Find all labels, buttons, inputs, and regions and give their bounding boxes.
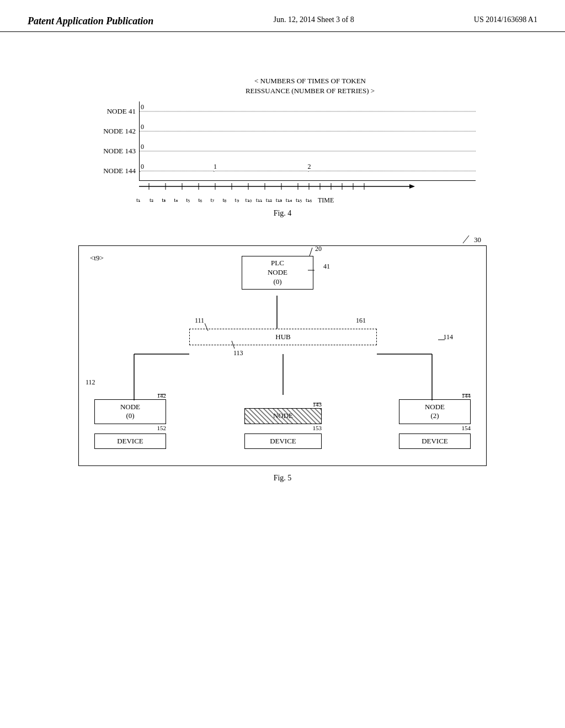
arrow-20-icon bbox=[307, 248, 318, 259]
tick-t11: t₁₁ bbox=[256, 196, 262, 205]
header-center-label: Jun. 12, 2014 Sheet 3 of 8 bbox=[274, 15, 354, 24]
label-30: 30 bbox=[474, 235, 481, 244]
node41-bar: 0 bbox=[139, 101, 476, 121]
node-group-center: 143 NODE 153 DEVICE bbox=[244, 401, 322, 449]
plc-box: PLC NODE (0) bbox=[242, 256, 313, 290]
node41-label: NODE 41 bbox=[89, 107, 139, 116]
hub-group: 111 161 HUB 113 bbox=[189, 329, 377, 345]
time-axis-svg bbox=[139, 181, 476, 197]
ref-143: 143 bbox=[244, 401, 322, 408]
main-content: < NUMBERS OF TIMES OF TOKEN REISSUANCE (… bbox=[0, 32, 565, 494]
tick-t12: t₁₂ bbox=[266, 196, 272, 205]
arrow-144-icon bbox=[462, 391, 473, 398]
arrow-111-icon bbox=[205, 323, 216, 332]
node-center-text: NODE bbox=[249, 411, 317, 421]
node144-val0: 0 bbox=[141, 163, 144, 171]
chart-row-node144: NODE 144 0 1 2 bbox=[89, 161, 476, 181]
device-right-box: DEVICE bbox=[399, 433, 471, 449]
fig5-label: Fig. 5 bbox=[78, 474, 487, 483]
arrow-41-icon bbox=[308, 266, 319, 277]
node-group-right: 144 NODE (2) 154 DEVICE bbox=[399, 392, 471, 449]
time-tick-labels: t₁ t₂ t₃ t₄ t₅ t₆ t₇ t₈ t₉ t₁₀ t₁₁ t₁₂ t… bbox=[136, 196, 476, 205]
tick-t4: t₄ bbox=[174, 196, 178, 205]
node-group-left: 142 NODE (0) 152 DEVICE bbox=[94, 392, 166, 449]
node144-val1: 1 bbox=[214, 163, 217, 171]
node144-seg1 bbox=[140, 171, 214, 172]
node-left-val: (0) bbox=[99, 411, 161, 421]
ref-152: 152 bbox=[94, 425, 166, 431]
svg-line-23 bbox=[232, 341, 234, 349]
fig5-wrapper: 30 <t9> 20 PLC NODE bbox=[78, 245, 487, 483]
svg-line-19 bbox=[310, 248, 312, 256]
tick-t1: t₁ bbox=[136, 196, 140, 205]
chart-row-node142: NODE 142 0 bbox=[89, 121, 476, 141]
node143-value: 0 bbox=[141, 143, 144, 151]
node144-seg3 bbox=[308, 171, 476, 172]
tick-t10: t₁₀ bbox=[246, 196, 252, 205]
node142-label: NODE 142 bbox=[89, 127, 139, 136]
tick-t14: t₁₄ bbox=[286, 196, 292, 205]
node-left-box: NODE (0) bbox=[94, 399, 166, 425]
device-left-box: DEVICE bbox=[94, 433, 166, 449]
device-right-text: DEVICE bbox=[404, 437, 466, 446]
node144-seg2 bbox=[214, 171, 308, 172]
tick-t8: t₈ bbox=[222, 196, 226, 205]
fig4-caption-line1: < NUMBERS OF TIMES OF TOKEN bbox=[145, 76, 476, 86]
ref-144: 144 bbox=[399, 392, 471, 399]
tick-t9: t₉ bbox=[235, 196, 239, 205]
tick-t13: t₁₃ bbox=[276, 196, 282, 205]
chart-left-border bbox=[139, 101, 140, 181]
tick-t15: t₁₅ bbox=[296, 196, 302, 205]
arrow-30-icon bbox=[455, 233, 471, 244]
chart-row-node143: NODE 143 0 bbox=[89, 141, 476, 161]
page-header: Patent Application Publication Jun. 12, … bbox=[0, 0, 565, 32]
tick-t2: t₂ bbox=[150, 196, 153, 205]
fig4-section: < NUMBERS OF TIMES OF TOKEN REISSUANCE (… bbox=[28, 76, 537, 218]
fig4-caption-line2: REISSUANCE (NUMBER OF RETRIES) > bbox=[145, 86, 476, 96]
fig5-section: 30 <t9> 20 PLC NODE bbox=[28, 245, 537, 483]
node144-bar: 0 1 2 bbox=[139, 161, 476, 181]
ref-154: 154 bbox=[399, 425, 471, 431]
tick-t5: t₅ bbox=[186, 196, 190, 205]
fig5-time-label: <t9> bbox=[90, 254, 104, 263]
arrow-113-icon bbox=[229, 341, 240, 350]
svg-line-22 bbox=[205, 323, 208, 331]
hub-box: HUB bbox=[189, 329, 377, 345]
plc-node-val: (0) bbox=[243, 277, 312, 287]
svg-line-18 bbox=[463, 235, 469, 243]
ref-142: 142 bbox=[94, 392, 166, 399]
header-right-label: US 2014/163698 A1 bbox=[474, 15, 537, 24]
svg-marker-1 bbox=[409, 184, 415, 189]
ref-41: 41 bbox=[323, 263, 330, 271]
fig4-chart: NODE 41 0 NODE 142 0 NODE 143 bbox=[89, 101, 476, 181]
node142-line bbox=[140, 131, 476, 132]
device-center-text: DEVICE bbox=[249, 437, 317, 446]
node41-line bbox=[140, 111, 476, 112]
fig4-caption: < NUMBERS OF TIMES OF TOKEN REISSUANCE (… bbox=[145, 76, 476, 96]
node143-line bbox=[140, 151, 476, 152]
node144-val2: 2 bbox=[308, 163, 311, 171]
ref-111: 111 bbox=[195, 317, 204, 325]
node-right-val: (2) bbox=[404, 411, 466, 421]
plc-to-hub-line bbox=[276, 296, 278, 329]
tick-t3: t₃ bbox=[162, 196, 166, 205]
ref-112: 112 bbox=[86, 378, 95, 387]
tick-t7: t₇ bbox=[210, 196, 214, 205]
plc-label: PLC bbox=[243, 259, 312, 268]
tick-t16: t₁₆ bbox=[306, 196, 312, 205]
node-right-text: NODE bbox=[404, 403, 466, 412]
header-left-label: Patent Application Publication bbox=[28, 15, 153, 27]
node-left-text: NODE bbox=[99, 403, 161, 412]
chart-row-node41: NODE 41 0 bbox=[89, 101, 476, 121]
plc-group: 20 PLC NODE (0) 41 bbox=[242, 256, 313, 290]
arrow-143-icon bbox=[313, 400, 324, 406]
arrow-114-icon bbox=[438, 335, 446, 346]
device-left-text: DEVICE bbox=[99, 437, 161, 446]
ref-113: 113 bbox=[233, 349, 243, 357]
fig5-diagram: <t9> 20 PLC NODE (0) 41 bbox=[78, 245, 487, 466]
time-axis-container bbox=[139, 181, 476, 197]
time-label: TIME bbox=[318, 196, 334, 205]
node-right-box: NODE (2) bbox=[399, 399, 471, 425]
fig4-label: Fig. 4 bbox=[89, 209, 476, 218]
node41-value: 0 bbox=[141, 103, 144, 111]
